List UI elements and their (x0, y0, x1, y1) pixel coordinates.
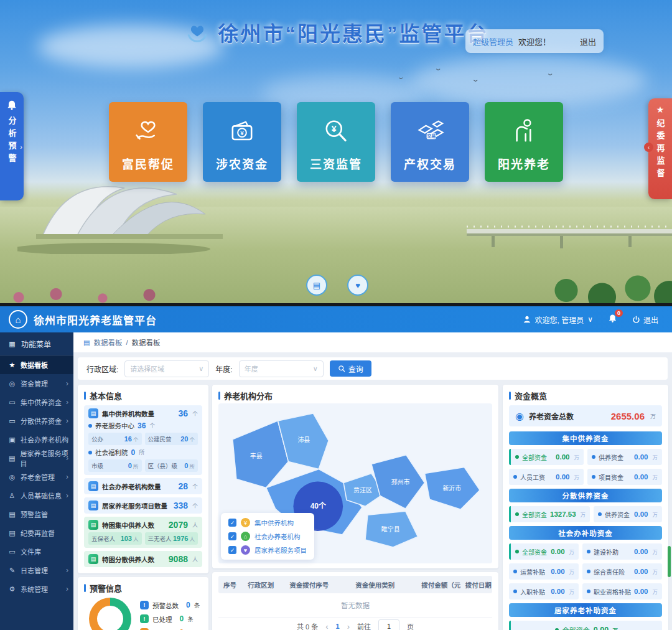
tile-label: 产权交易 (404, 155, 456, 172)
cloud-decor (411, 56, 647, 106)
bullet-icon (88, 451, 92, 454)
legend-social-institutions[interactable]: ✓ ⌂ 社会办养老机构 (228, 532, 307, 541)
monitor-icon: ▤ (8, 510, 16, 519)
goto-page-input[interactable] (378, 619, 399, 630)
hand-heart-icon (132, 102, 164, 155)
wallet-yuan-icon: ¥ (226, 102, 258, 155)
warning-donut-chart (89, 598, 131, 630)
sidebar-item-log-mgmt[interactable]: ✎ 日志管理 › (0, 561, 73, 580)
funds-overview-panel: 资金概览 ◉ 养老资金总数 2655.06 万 集中供养资金 全部资金 0.00… (503, 385, 668, 630)
checkbox-checked-icon[interactable]: ✓ (228, 532, 236, 540)
user-role: 超级管理员 (473, 35, 513, 47)
sidebar-item-home-care-projects[interactable]: ▤ 居家养老服务项目 › (0, 449, 73, 468)
chevron-down-icon: ∨ (313, 365, 318, 373)
heart-icon[interactable]: ♥ (347, 275, 368, 296)
breadcrumb-current: 数据看板 (132, 337, 161, 347)
sidebar-item-personnel-info[interactable]: ♙ 人员基础信息 › (0, 486, 73, 505)
next-page-button[interactable]: › (347, 622, 350, 630)
sidebar-item-warning-supervision[interactable]: ▤ 预警监管 (0, 505, 73, 524)
search-button[interactable]: 查询 (330, 360, 371, 377)
sidebar-item-dispersed-support-funds[interactable]: ▭ 分散供养资金 › (0, 411, 73, 430)
region-select[interactable]: 请选择区域 ∨ (124, 360, 209, 377)
monitor-icon: ▤ (8, 529, 16, 537)
sidebar-item-pension-mgmt[interactable]: ◎ 养老金管理 › (0, 468, 73, 486)
fund-stat: 全部资金 1327.53 万 (509, 506, 590, 522)
stat-mini: 五保老人 103 人 (88, 532, 142, 545)
bridge-illustration (467, 213, 672, 256)
chevron-right-icon: › (66, 585, 68, 593)
land-trade-icon: 交易 (414, 102, 446, 155)
district-label: 邳州市 (391, 478, 410, 486)
prev-page-button[interactable]: ‹ (325, 622, 328, 630)
tile-sanzi-jianguan[interactable]: ¥ 三资监管 (297, 102, 375, 182)
sidebar-item-system-mgmt[interactable]: ⚙ 系统管理 › (0, 580, 73, 598)
fund-stat: 人员工资 0.00 万 (509, 469, 584, 485)
logout-button[interactable]: 退出 (632, 314, 658, 325)
bird-decor: ⌄ (471, 76, 479, 83)
hero-logout-button[interactable]: 退出 (580, 35, 596, 47)
middle-column: 养老机构分布 丰县 沛县 (212, 385, 498, 630)
menu-grid-icon: ▦ (8, 340, 16, 348)
user-icon (523, 315, 531, 324)
checkbox-checked-icon[interactable]: ✓ (228, 546, 236, 554)
sidebar-item-file-library[interactable]: ▭ 文件库 (0, 542, 73, 561)
tile-chanquan-jiaoyi[interactable]: 交易 产权交易 (391, 102, 469, 182)
folder-icon: ▭ (8, 417, 16, 425)
stat-mini: 市级 0 所 (88, 459, 142, 472)
id-card-icon[interactable]: ▤ (306, 275, 327, 296)
sidebar-item-dashboard[interactable]: ★ 数据看板 (0, 355, 73, 374)
tile-fumin-bangcu[interactable]: 富民帮促 (109, 102, 187, 182)
folder-icon: ▭ (8, 398, 16, 407)
district-label: 新沂市 (442, 484, 461, 492)
user-menu[interactable]: 欢迎您, 管理员 ∨ (523, 314, 593, 325)
sidebar-item-funds-mgmt[interactable]: ◎ 资金管理 › (0, 374, 73, 393)
power-icon (632, 316, 640, 324)
bullet-icon (513, 570, 517, 573)
monitor-icon: ▤ (8, 454, 16, 463)
district-label: 沛县 (297, 436, 310, 443)
section-header: 居家养老补助资金 (509, 603, 662, 617)
social-institutions-card: ▤ 社会办养老机构数量 28 个 (84, 478, 202, 494)
total-funds-card: ◉ 养老资金总数 2655.06 万 (509, 405, 662, 426)
left-column: 基本信息 ▤ 集中供养机构数量 36 个 养老服务中心 36 个 (78, 385, 208, 630)
sidebar-item-discipline-supervision[interactable]: ▤ 纪委再监督 (0, 524, 73, 542)
bird-decor: ⌄ (546, 70, 554, 77)
sidebar-item-social-institutions[interactable]: ▣ 社会办养老机构 › (0, 430, 73, 449)
legend-home-care-projects[interactable]: ✓ ♥ 居家养老服务项目 (228, 545, 307, 555)
bullet-icon (587, 570, 590, 573)
funds-icon: ◎ (8, 380, 16, 388)
card-icon: ▤ (88, 554, 98, 564)
tile-shenong-zijin[interactable]: ¥ 涉农资金 (203, 102, 281, 182)
bullet-icon (598, 512, 602, 516)
search-icon (338, 365, 345, 372)
navbar-right: 欢迎您, 管理员 ∨ 0 退出 (523, 314, 672, 325)
bullet-icon (515, 512, 519, 516)
checkbox-checked-icon[interactable]: ✓ (228, 519, 236, 527)
bird-decor: ⌄ (434, 65, 442, 72)
chevron-right-icon: › (66, 435, 68, 444)
fund-stat: 建设补助 0.00 万 (582, 543, 662, 560)
scrollbar-thumb[interactable] (668, 546, 671, 577)
breadcrumb-separator: / (126, 339, 128, 346)
tile-yangguang-yanglao[interactable]: 阳光养老 (485, 102, 563, 182)
year-select[interactable]: 年度 ∨ (239, 360, 324, 377)
table-header-row: 序号 行政区划 资金拨付序号 资金使用类别 拨付金额（元） 拨付日期 (218, 576, 492, 593)
dashboard-navbar: ⌂ 徐州市阳光养老监管平台 欢迎您, 管理员 ∨ 0 退出 (0, 306, 672, 332)
flowers-decor (0, 288, 187, 303)
chevron-right-icon: › (66, 491, 68, 500)
bullet-icon (88, 424, 92, 428)
warning-unhandled-row: ! 未处理 0 条 (140, 628, 200, 630)
page-number[interactable]: 1 (336, 623, 340, 630)
pagination: 共 0 条 ‹ 1 › 前往 页 (218, 618, 492, 630)
sidebar: ▦ 功能菜单 ★ 数据看板 ◎ 资金管理 › ▭ 集中供养资金 › ▭ 分散供养… (0, 332, 73, 630)
building-icon: ⌂ (241, 532, 250, 541)
notifications-button[interactable]: 0 (608, 314, 617, 325)
breadcrumb-root[interactable]: 数据看板 (93, 337, 122, 347)
doc-icon: ▤ (83, 339, 90, 347)
central-institutions-card: ▤ 集中供养机构数量 36 个 养老服务中心 36 个 公办 (84, 405, 202, 475)
fund-stat: 供养资金 0.00 万 (594, 506, 662, 522)
sidebar-item-central-support-funds[interactable]: ▭ 集中供养资金 › (0, 393, 73, 411)
library-icon: ▭ (8, 548, 16, 556)
fund-stat: 供养资金 0.00 万 (587, 449, 662, 465)
legend-central-institutions[interactable]: ✓ ¥ 集中供养机构 (228, 518, 307, 527)
